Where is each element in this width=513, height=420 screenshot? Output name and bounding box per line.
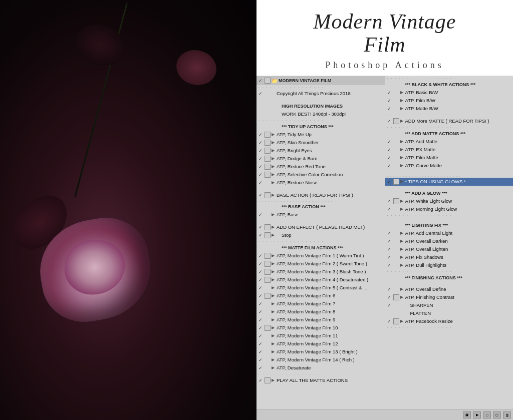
row-label: ATP, Overall Darken	[405, 238, 448, 245]
list-item[interactable]: HIGH RESOLUTION IMAGES	[256, 102, 385, 110]
list-item[interactable]: ✓▶ATP, Modern Vintage Film 14 ( Rich )	[256, 356, 385, 364]
row-label: ATP, Modern Vintage Film 6	[277, 292, 335, 299]
list-item[interactable]: ✓▶ATP, Modern Vintage Film 12	[256, 340, 385, 348]
triangle-icon: ▶	[400, 286, 405, 293]
triangle-icon: ▶	[400, 294, 405, 301]
triangle-icon: ▶	[272, 340, 277, 347]
list-item[interactable]: ✓Copyright All Things Precious 2018	[256, 90, 385, 98]
toolbar-button-0[interactable]: ▣	[463, 411, 471, 418]
list-item[interactable]: ✓▶ATP, Modern Vintage Film 1 ( Warm Tint…	[256, 252, 385, 260]
list-item[interactable]: ✓▶ATP, Tidy Me Up	[256, 131, 385, 139]
list-item[interactable]: *** ADD MATTE ACTIONS ***	[385, 130, 514, 138]
list-item[interactable]: *** TIDY UP ACTIONS ***	[256, 123, 385, 131]
list-item[interactable]: ✓▶PLAY ALL THE MATTE ACTIONS	[256, 376, 385, 384]
list-item[interactable]: ✓▶ATP, Modern Vintage Film 9	[256, 316, 385, 324]
list-item[interactable]: ✓▶ATP, Modern Vintage Film 6	[256, 292, 385, 300]
list-item[interactable]: *** BLACK & WHITE ACTIONS ***	[385, 81, 514, 89]
list-item[interactable]: ✓▶ATP, White Light Glow	[385, 197, 514, 205]
row-label: SHARPEN	[410, 302, 433, 309]
list-item[interactable]: *** ADD A GLOW ***	[385, 189, 514, 197]
list-item[interactable]: ✓▶ATP, Film Matte	[385, 154, 514, 162]
list-item[interactable]: ✓▶ATP, Modern Vintage Film 10	[256, 324, 385, 332]
row-label: ATP, Reduce Red Tone	[277, 163, 326, 170]
page-subtitle: Photoshop Actions	[267, 60, 503, 71]
check-icon: ✓	[259, 324, 265, 331]
list-item[interactable]: ✓▶ATP, Desaturate	[256, 364, 385, 372]
list-item[interactable]: ✓▶ATP, Modern Vintage Film 7	[256, 300, 385, 308]
list-item[interactable]: ✓▶ATP, Add Matte	[385, 138, 514, 146]
square-icon	[265, 377, 271, 383]
page-title: Modern VintageFilm	[267, 10, 503, 56]
triangle-icon: ▶	[272, 232, 277, 239]
list-item[interactable]: ✓▶ATP, Overall Darken	[385, 237, 514, 245]
triangle-icon: ▶	[272, 147, 277, 154]
list-item[interactable]: ✓▶ATP, Dodge & Burn	[256, 155, 385, 163]
list-item[interactable]: ✓▶ATP, Modern Vintage Film 11	[256, 332, 385, 340]
list-item[interactable]: ✓▶ATP, Dull Highlights	[385, 261, 514, 269]
list-item[interactable]: *** LIGHTING FIX ***	[385, 221, 514, 229]
list-item[interactable]: ✓▶ATP, Film B/W	[385, 97, 514, 105]
list-item[interactable]: ✓▶ATP, Basic B/W	[385, 89, 514, 97]
row-label: *** ADD MATTE ACTIONS ***	[405, 130, 466, 137]
toolbar-button-3[interactable]: ◻	[493, 411, 501, 418]
list-item[interactable]: ✓▶Stop	[256, 231, 385, 239]
list-item[interactable]: ✓▶ADD More MATTE ( READ FOR TIPS! )	[385, 117, 514, 125]
list-item[interactable]: ✓▶ * TIPS ON USING GLOWS *	[385, 178, 514, 186]
toolbar-button-4[interactable]: 🗑	[503, 411, 511, 418]
list-item[interactable]: ✓▶ATP, Curve Matte	[385, 162, 514, 170]
list-item[interactable]: ✓▶ATP, Bright Eyes	[256, 147, 385, 155]
list-item[interactable]: ✓▶ATP, Modern Vintage Film 5 ( Contrast …	[256, 284, 385, 292]
row-label: ATP, Modern Vintage Film 3 ( Blush Tone …	[277, 268, 366, 275]
list-item[interactable]: ✓▶ATP, Overall Define	[385, 285, 514, 293]
list-item[interactable]: ✓▶ATP, Selective Color Correction	[256, 171, 385, 179]
row-label: FLATTEN	[410, 310, 431, 317]
list-item[interactable]: *** MATTE FILM ACTIONS ***	[256, 244, 385, 252]
list-item[interactable]: ✓▶ATP, Finishing Contrast	[385, 293, 514, 301]
list-item[interactable]: ✓▶ATP, Morning Light Glow	[385, 205, 514, 213]
list-item[interactable]: ✓▶ATP, Overall Lighten	[385, 245, 514, 253]
list-item[interactable]: ✓▶ATP, Matte B/W	[385, 105, 514, 113]
toolbar-button-2[interactable]: □	[483, 411, 491, 418]
check-icon: ✓	[387, 262, 393, 269]
check-icon: ✓	[387, 294, 393, 301]
row-label: ATP, Overall Define	[405, 286, 446, 293]
left-action-panel[interactable]: ✓ 📁 MODERN VINTAGE FILM · · · · · · · · …	[256, 76, 385, 409]
list-item[interactable]: ✓▶ATP, Modern Vintage Film 8	[256, 308, 385, 316]
square-icon	[265, 148, 271, 154]
list-item[interactable]: *** BASE ACTION ***	[256, 203, 385, 211]
right-action-panel[interactable]: · · · · · · · · · · · · · · · · · *** BL…	[385, 76, 514, 409]
list-item[interactable]: ✓▶ATP, Facebook Resize	[385, 317, 514, 325]
content-panel: Modern VintageFilm Photoshop Actions ✓ 📁…	[256, 0, 513, 420]
triangle-icon: ▶	[272, 348, 277, 355]
check-icon: ✓	[259, 252, 265, 259]
row-label: ATP, Reduce Noise	[277, 179, 318, 186]
list-item[interactable]: ✓▶ATP, Fix Shadows	[385, 253, 514, 261]
row-label: ATP, Bright Eyes	[277, 147, 312, 154]
list-item[interactable]: *** FINISHING ACTIONS ***	[385, 274, 514, 282]
list-item[interactable]: ✓▶ADD ON EFFECT ( PLEASE READ ME! )	[256, 223, 385, 231]
list-item[interactable]: ✓▶ATP, Modern Vintage Film 13 ( Bright )	[256, 348, 385, 356]
row-label: ATP, Modern Vintage Film 1 ( Warm Tint )	[277, 252, 364, 259]
list-item[interactable]: FLATTEN	[385, 309, 514, 317]
list-item[interactable]: WORK BEST! 240dpi - 300dpi	[256, 110, 385, 118]
triangle-icon: ▶	[272, 131, 277, 138]
list-item[interactable]: ✓▶ATP, EX Matte	[385, 146, 514, 154]
toolbar-button-1[interactable]: ▶	[473, 411, 481, 418]
row-label: ATP, Curve Matte	[405, 162, 442, 169]
triangle-icon: ▶	[400, 118, 405, 125]
list-item[interactable]: ✓▶ATP, Modern Vintage Film 2 ( Sweet Ton…	[256, 260, 385, 268]
list-item[interactable]: ✓▶BASE ACTION ( READ FOR TIPS! )	[256, 191, 385, 199]
check-icon: ✓	[259, 348, 265, 355]
list-item[interactable]: ✓▶ATP, Modern Vintage Film 3 ( Blush Ton…	[256, 268, 385, 276]
list-item[interactable]: ✓▶ATP, Modern Vintage Film 4 ( Desaturat…	[256, 276, 385, 284]
row-label: *** BLACK & WHITE ACTIONS ***	[405, 81, 476, 88]
list-item[interactable]: ✓▶ATP, Add Central Light	[385, 229, 514, 237]
list-item[interactable]: ✓▶ATP, Reduce Noise	[256, 179, 385, 187]
triangle-icon: ▶	[272, 192, 277, 199]
list-item[interactable]: ✓SHARPEN	[385, 301, 514, 309]
list-item[interactable]: ✓▶ATP, Reduce Red Tone	[256, 163, 385, 171]
row-label: *** MATTE FILM ACTIONS ***	[282, 244, 343, 251]
square-icon	[265, 140, 271, 146]
list-item[interactable]: ✓▶ATP, Skin Smoother	[256, 139, 385, 147]
list-item[interactable]: ✓▶ATP, Base	[256, 211, 385, 219]
